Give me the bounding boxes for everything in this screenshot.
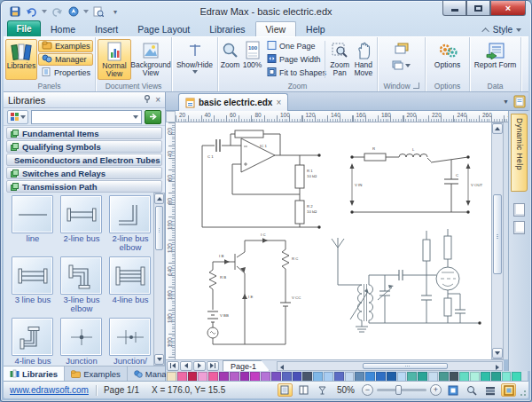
zoom-button[interactable]: Zoom [220,39,240,80]
library-search-input[interactable] [31,110,142,124]
ruler-number: 240 [458,112,467,118]
document-close-icon[interactable]: × [276,98,281,107]
zoom-slider[interactable] [377,389,426,391]
scroll-up-button[interactable] [492,123,503,134]
tab-insert[interactable]: Insert [85,21,128,36]
canvas-vertical-scrollbar[interactable] [491,122,504,359]
print-preview-mode-button[interactable] [315,383,330,397]
zoom-slider-thumb[interactable] [395,385,402,395]
one-page-button[interactable]: One Page [264,40,321,52]
document-tab[interactable]: basic electric.edx × [178,93,288,111]
scroll-down-button[interactable] [492,348,503,359]
scroll-up-button[interactable] [154,193,164,204]
zoom-100-icon: 100 [245,41,261,60]
scrollbar-thumb[interactable] [363,363,448,369]
first-page-button[interactable] [167,361,179,371]
tab-list-dropdown-icon[interactable]: ▼ [503,99,509,105]
group-label-zoom: Zoom [220,80,375,91]
zoom-area-button[interactable] [464,383,479,397]
symbol-junction-2[interactable] [109,318,151,356]
pin-icon[interactable] [144,95,151,105]
panel-bottom-tabs: Libraries Examples Manager [4,366,165,381]
tab-view[interactable]: View [255,21,297,36]
arrange-windows-button[interactable] [392,60,411,70]
bottom-tab-examples[interactable]: Examples [65,367,128,381]
background-view-button[interactable]: Background View [132,39,169,80]
category-transmission-path[interactable]: Transmission Path [6,180,162,193]
fit-to-shapes-button[interactable]: Fit to Shapes [264,67,321,79]
page-tab[interactable]: Page-1 [223,360,270,371]
canvas-horizontal-scrollbar[interactable] [277,361,503,371]
scrollbar-thumb[interactable] [155,206,163,250]
tab-file[interactable]: File [7,20,41,36]
outline-view-mode-button[interactable] [296,383,311,397]
window-dialog-launcher-icon[interactable] [413,83,419,89]
report-form-button[interactable]: Report Form [473,39,518,80]
pages-list-button[interactable] [482,383,497,397]
normal-view-mode-button[interactable] [278,383,293,397]
symbol-4-line-bus-elbow[interactable] [12,318,53,356]
next-page-button[interactable] [193,361,206,371]
help-page-icon[interactable] [513,203,525,217]
panel-close-icon[interactable]: × [155,95,160,105]
show-hide-button[interactable]: Show/Hide [175,39,215,80]
scroll-right-icon[interactable] [496,365,499,370]
new-window-button[interactable] [395,42,409,58]
ruler-number: 20 [167,122,173,140]
category-semiconductors[interactable]: Semiconductors and Electron Tubes [6,154,162,166]
close-button[interactable]: × [490,1,526,16]
status-divider [96,385,97,396]
ruler-corner [166,111,176,122]
zoom-100-button[interactable]: 100 100% [241,39,263,80]
symbol-2-line-bus-elbow[interactable] [109,195,151,233]
circuit-drawing[interactable]: IC 1 C 1 R 1 10 kΩ R 2 10 kΩ [176,122,491,359]
category-switches-relays[interactable]: Switches and Relays [6,167,162,179]
symbol-4-line-bus[interactable] [109,256,151,295]
previous-page-button[interactable] [180,361,192,371]
document-icon [185,98,195,108]
hand-move-button[interactable]: Hand Move [352,39,375,80]
zoom-pan-button[interactable]: Zoom Pan [329,39,351,80]
dynamic-help-tab[interactable]: Dynamic Help [511,114,528,192]
page-width-button[interactable]: Page Width [264,53,321,66]
help-page-icon[interactable] [513,221,525,234]
examples-button[interactable]: Examples [38,40,93,52]
symbol-3-line-bus[interactable] [12,256,53,295]
properties-button[interactable]: Properties [38,67,93,79]
zoom-out-button[interactable]: − [362,384,373,396]
drawing-page[interactable]: IC 1 C 1 R 1 10 kΩ R 2 10 kΩ [176,122,491,359]
dynamic-help-icon[interactable] [512,94,527,109]
tab-help[interactable]: Help [296,21,335,36]
normal-view-button[interactable]: Normal View [98,39,131,80]
symbol-3-line-bus-elbow[interactable] [60,256,102,295]
style-button[interactable]: Style [484,25,521,35]
resize-grip[interactable] [518,388,527,397]
website-link[interactable]: www.edrawsoft.com [10,385,89,395]
tab-libraries[interactable]: Libraries [200,21,254,36]
symbol-junction[interactable] [60,318,102,356]
zoom-in-button[interactable]: + [430,384,442,396]
category-fundamental-items[interactable]: Fundamental Items [6,127,162,139]
maximize-button[interactable] [466,1,490,16]
library-view-button[interactable] [7,110,28,124]
last-page-button[interactable] [207,361,219,371]
ribbon-tab-row: File Home Insert Page Layout Libraries V… [4,20,528,36]
scroll-down-button[interactable] [154,354,164,365]
tab-page-layout[interactable]: Page Layout [128,21,200,36]
libraries-button[interactable]: Libraries [5,39,37,80]
manager-button[interactable]: Manager [38,53,93,66]
options-button[interactable]: Options [428,39,467,80]
search-go-button[interactable] [145,110,161,124]
scrollbar-thumb[interactable] [493,194,502,274]
scroll-left-icon[interactable] [280,365,284,370]
symbol-grid-scrollbar[interactable] [153,193,165,366]
fit-page-button[interactable] [445,383,460,397]
minimize-button[interactable] [442,1,466,16]
window-controls: × [442,1,526,16]
symbol-2-line-bus[interactable] [60,195,102,233]
category-qualifying-symbols[interactable]: Qualifying Symbols [6,140,162,153]
tab-home[interactable]: Home [41,21,85,36]
bottom-tab-libraries[interactable]: Libraries [4,367,65,381]
symbol-line[interactable] [12,195,53,233]
full-screen-button[interactable] [501,383,516,397]
